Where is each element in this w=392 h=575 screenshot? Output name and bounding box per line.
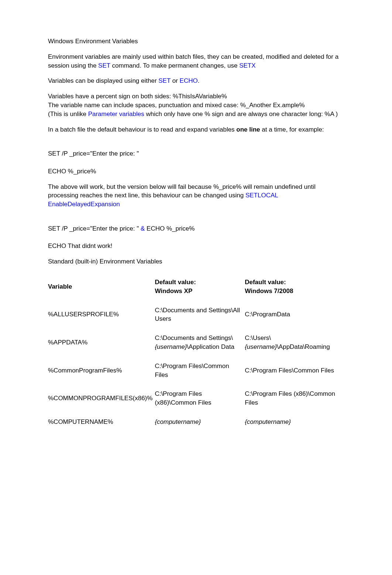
code-example-1: SET /P _price="Enter the price: " ECHO %… — [48, 140, 344, 176]
section-heading: Standard (built-in) Environment Variable… — [48, 257, 344, 266]
setx-link[interactable]: SETX — [239, 62, 255, 69]
cell-7: C:\ProgramData — [245, 301, 344, 329]
cell-7: C:\Users\{username}\AppData\Roaming — [245, 329, 344, 357]
cell-variable: %COMMONPROGRAMFILES(x86)% — [48, 384, 155, 412]
computername-placeholder: {computername} — [155, 418, 201, 425]
code-line: ECHO That didnt work! — [48, 242, 112, 249]
table-row: %COMPUTERNAME% {computername} {computern… — [48, 412, 344, 432]
text: Variables can be displayed using either — [48, 77, 158, 84]
table-row: %APPDATA% C:\Documents and Settings\{use… — [48, 329, 344, 357]
one-line-bold: one line — [236, 126, 260, 133]
table-row: %CommonProgramFiles% C:\Program Files\Co… — [48, 357, 344, 385]
text: \Application Data — [187, 343, 234, 350]
table-row: %COMMONPROGRAMFILES(x86)% C:\Program Fil… — [48, 384, 344, 412]
env-vars-table: Variable Default value: Windows XP Defau… — [48, 273, 344, 432]
text: The variable name can include spaces, pu… — [48, 102, 305, 109]
cell-7: {computername} — [245, 412, 344, 432]
batch-behaviour-paragraph: In a batch file the default behaviour is… — [48, 125, 344, 134]
cell-xp: C:\Program Files\Common Files — [155, 357, 245, 385]
table-header-row: Variable Default value: Windows XP Defau… — [48, 273, 344, 301]
table-row: %ALLUSERSPROFILE% C:\Documents and Setti… — [48, 301, 344, 329]
code-line: ECHO %_price% — [145, 225, 195, 232]
cell-variable: %ALLUSERSPROFILE% — [48, 301, 155, 329]
set-link-2[interactable]: SET — [158, 77, 171, 84]
fail-explanation-paragraph: The above will work, but the version bel… — [48, 183, 344, 209]
cell-variable: %CommonProgramFiles% — [48, 357, 155, 385]
text: Default value: — [155, 279, 196, 286]
username-placeholder: {username} — [155, 343, 187, 350]
parameter-variables-link[interactable]: Parameter variables — [88, 110, 144, 118]
set-link[interactable]: SET — [98, 62, 110, 69]
header-default-xp: Default value: Windows XP — [155, 273, 245, 301]
intro-paragraph-2: Variables can be displayed using either … — [48, 76, 344, 85]
cell-7: C:\Program Files\Common Files — [245, 357, 344, 385]
text: Windows 7/2008 — [245, 288, 293, 295]
username-placeholder: {username} — [245, 343, 277, 350]
intro-paragraph-1: Environment variables are mainly used wi… — [48, 52, 344, 70]
variable-naming-paragraph: Variables have a percent sign on both si… — [48, 92, 344, 118]
code-line: SET /P _price="Enter the price: " — [48, 225, 141, 232]
text: . — [198, 77, 200, 84]
code-line: SET /P _price="Enter the price: " — [48, 150, 139, 157]
ampersand-link[interactable]: & — [141, 225, 145, 232]
text: command. To make permanent changes, use — [110, 62, 239, 69]
header-default-7: Default value: Windows 7/2008 — [245, 273, 344, 301]
text: which only have one % sign and are alway… — [144, 110, 338, 118]
text: or — [171, 77, 180, 84]
cell-xp: C:\Documents and Settings\{username}\App… — [155, 329, 245, 357]
cell-xp: {computername} — [155, 412, 245, 432]
text: C:\Documents and Settings\ — [155, 334, 233, 341]
code-line: ECHO %_price% — [48, 168, 96, 175]
text: C:\Users\ — [245, 334, 271, 341]
text: at a time, for example: — [260, 126, 324, 133]
code-example-2: SET /P _price="Enter the price: " & ECHO… — [48, 215, 344, 251]
echo-link[interactable]: ECHO — [180, 77, 198, 84]
cell-xp: C:\Program Files (x86)\Common Files — [155, 384, 245, 412]
cell-7: C:\Program Files (x86)\Common Files — [245, 384, 344, 412]
text: \AppData\Roaming — [277, 343, 330, 350]
text: Windows XP — [155, 288, 192, 295]
header-variable: Variable — [48, 273, 155, 301]
cell-variable: %COMPUTERNAME% — [48, 412, 155, 432]
page-title: Windows Environment Variables — [48, 37, 344, 46]
text: Default value: — [245, 279, 286, 286]
cell-xp: C:\Documents and Settings\All Users — [155, 301, 245, 329]
text: Variables have a percent sign on both si… — [48, 93, 227, 100]
text: (This is unlike — [48, 110, 88, 118]
cell-variable: %APPDATA% — [48, 329, 155, 357]
text: In a batch file the default behaviour is… — [48, 126, 236, 133]
computername-placeholder: {computername} — [245, 418, 291, 425]
